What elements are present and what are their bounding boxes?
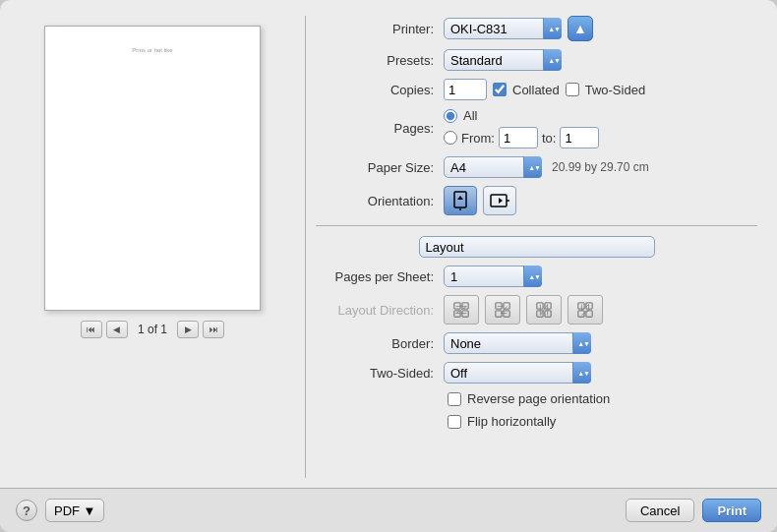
pages-all-radio[interactable] [444,109,457,123]
next-page-button[interactable]: ▶ [177,321,199,338]
two-sided-checkbox[interactable] [566,83,579,96]
copies-label: Copies: [316,83,444,97]
two-sided-controls: Off Long-Edge Binding Short-Edge Binding [444,362,591,384]
section-row: Layout Color Matching Paper Handling Cov… [316,236,757,258]
paper-size-controls: A4 Letter Legal 20.99 by 29.70 cm [444,156,649,178]
pages-to-label: to: [542,131,556,146]
presets-row: Presets: Standard [316,49,757,71]
landscape-button[interactable] [483,186,516,215]
two-sided-layout-label: Two-Sided: [316,366,444,381]
copies-controls: Collated Two-Sided [444,79,645,100]
svg-marker-2 [457,196,463,200]
collated-label: Collated [512,83,560,97]
orientation-label: Orientation: [316,194,444,208]
page-indicator: 1 of 1 [132,323,173,336]
pages-from-item: From: to: [444,127,599,148]
border-select[interactable]: None Single Hairline Single Thin Line Do… [444,332,591,354]
flip-horizontal-label: Flip horizontally [467,414,556,429]
paper-size-row: Paper Size: A4 Letter Legal 20.99 by 29.… [316,156,757,178]
reverse-page-row: Reverse page orientation [316,391,757,406]
pages-to-input[interactable] [560,127,599,148]
pages-all-label: All [463,108,477,123]
copies-input[interactable] [444,79,487,100]
pages-all-item: All [444,108,599,123]
paper-size-select-wrapper: A4 Letter Legal [444,156,542,178]
pages-per-sheet-select[interactable]: 1 2 4 6 9 16 [444,266,542,287]
layout-dir-z-button[interactable] [444,295,479,325]
pages-per-sheet-label: Pages per Sheet: [316,269,444,284]
portrait-button[interactable] [444,186,477,215]
border-controls: None Single Hairline Single Thin Line Do… [444,332,591,354]
pdf-button[interactable]: PDF ▼ [45,499,104,522]
printer-upload-button[interactable]: ▲ [568,16,593,41]
pages-label: Pages: [316,121,444,136]
bottom-bar: ? PDF ▼ Cancel Print [0,488,777,532]
page-preview: Prins ur het like [44,26,261,311]
printer-label: Printer: [316,22,444,36]
svg-rect-11 [504,303,509,309]
svg-rect-18 [578,303,584,309]
svg-rect-14 [537,303,543,309]
pages-per-sheet-controls: 1 2 4 6 9 16 [444,266,542,287]
layout-dir-n-button[interactable] [526,295,562,325]
border-label: Border: [316,336,444,351]
svg-rect-16 [545,303,551,309]
preview-content-text: Prins ur het like [132,46,172,54]
help-button[interactable]: ? [16,500,37,521]
section-select[interactable]: Layout Color Matching Paper Handling Cov… [419,236,655,258]
pages-from-label: From: [461,131,495,146]
pagination-bar: ⏮ ◀ 1 of 1 ▶ ⏭ [81,321,224,338]
copies-row: Copies: Collated Two-Sided [316,79,757,100]
paper-dimensions: 20.99 by 29.70 cm [552,160,649,174]
layout-direction-row: Layout Direction: [316,295,757,325]
pages-per-sheet-select-wrapper: 1 2 4 6 9 16 [444,266,542,287]
printer-row: Printer: OKI-C831 ▲ [316,16,757,41]
printer-select[interactable]: OKI-C831 [444,18,562,39]
pages-from-input[interactable] [499,127,538,148]
svg-marker-5 [499,198,503,204]
orientation-row: Orientation: [316,186,757,215]
pages-per-sheet-row: Pages per Sheet: 1 2 4 6 9 16 [316,266,757,287]
svg-rect-12 [496,311,502,317]
settings-panel: Printer: OKI-C831 ▲ Presets: Stan [306,16,777,488]
pages-from-radio[interactable] [444,131,457,145]
reverse-page-checkbox[interactable] [448,392,461,406]
reverse-page-label: Reverse page orientation [467,391,610,406]
last-page-button[interactable]: ⏭ [203,321,224,338]
preview-panel: Prins ur het like ⏮ ◀ 1 of 1 ▶ ⏭ [0,16,305,488]
flip-horizontal-checkbox[interactable] [448,415,461,429]
layout-dir-m-button[interactable] [568,295,603,325]
first-page-button[interactable]: ⏮ [81,321,102,338]
section-divider [316,225,757,226]
two-sided-label: Two-Sided [585,83,645,97]
pages-radio-group: All From: to: [444,108,599,148]
two-sided-row: Two-Sided: Off Long-Edge Binding Short-E… [316,362,757,384]
print-dialog: Prins ur het like ⏮ ◀ 1 of 1 ▶ ⏭ Printer… [0,0,777,532]
two-sided-select[interactable]: Off Long-Edge Binding Short-Edge Binding [444,362,591,384]
svg-rect-17 [545,311,551,317]
svg-rect-15 [537,311,543,317]
pages-row: Pages: All From: to: [316,108,757,148]
flip-horizontal-controls: Flip horizontally [448,414,556,429]
layout-direction-controls [444,295,603,325]
border-select-wrapper: None Single Hairline Single Thin Line Do… [444,332,591,354]
reverse-page-controls: Reverse page orientation [448,391,610,406]
two-sided-select-wrapper: Off Long-Edge Binding Short-Edge Binding [444,362,591,384]
flip-horizontal-row: Flip horizontally [316,414,757,429]
paper-size-select[interactable]: A4 Letter Legal [444,156,542,178]
printer-controls: OKI-C831 ▲ [444,16,593,41]
cancel-button[interactable]: Cancel [626,499,694,522]
print-button[interactable]: Print [702,499,761,522]
layout-dir-s-button[interactable] [485,295,520,325]
paper-size-label: Paper Size: [316,160,444,175]
section-select-wrapper: Layout Color Matching Paper Handling Cov… [419,236,655,258]
presets-label: Presets: [316,53,444,68]
collated-checkbox[interactable] [493,83,507,96]
presets-controls: Standard [444,49,562,71]
prev-page-button[interactable]: ◀ [106,321,128,338]
pages-controls: All From: to: [444,108,599,148]
layout-direction-label: Layout Direction: [316,303,444,318]
border-row: Border: None Single Hairline Single Thin… [316,332,757,354]
presets-select-wrapper: Standard [444,49,562,71]
presets-select[interactable]: Standard [444,49,562,71]
